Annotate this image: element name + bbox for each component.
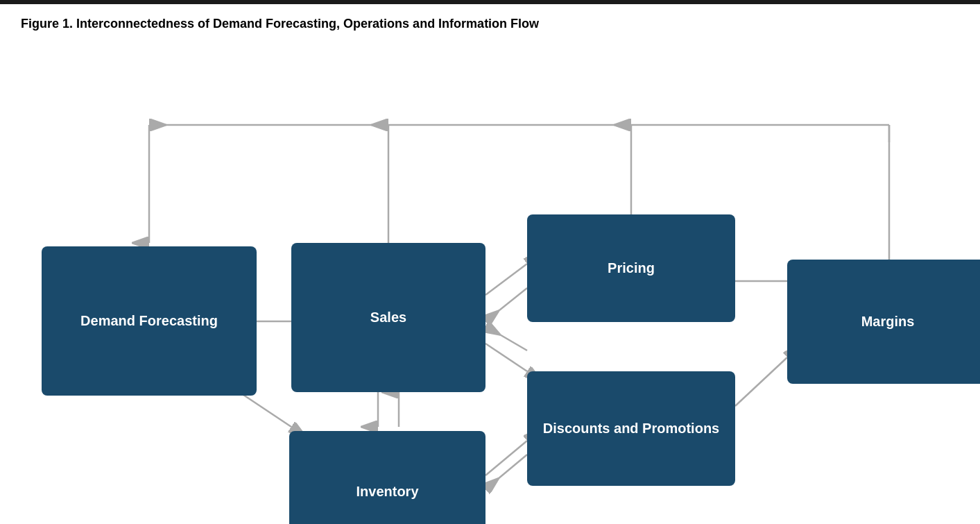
demand-forecasting-label: Demand Forecasting xyxy=(80,313,218,329)
figure-title: Figure 1. Interconnectedness of Demand F… xyxy=(21,17,959,31)
main-container: Figure 1. Interconnectedness of Demand F… xyxy=(0,4,980,524)
inventory-label: Inventory xyxy=(356,484,418,500)
discounts-promotions-box: Discounts and Promotions xyxy=(527,371,735,486)
demand-forecasting-box: Demand Forecasting xyxy=(42,246,257,396)
margins-box: Margins xyxy=(787,260,980,384)
pricing-label: Pricing xyxy=(608,260,655,276)
pricing-box: Pricing xyxy=(527,214,735,322)
svg-line-24 xyxy=(735,357,787,406)
svg-line-16 xyxy=(485,288,527,321)
sales-box: Sales xyxy=(291,243,485,392)
inventory-box: Inventory xyxy=(289,431,485,524)
sales-label: Sales xyxy=(370,310,406,326)
discounts-promotions-label: Discounts and Promotions xyxy=(543,421,719,437)
svg-line-15 xyxy=(485,264,527,295)
svg-line-22 xyxy=(485,455,527,489)
margins-label: Margins xyxy=(861,314,915,330)
svg-line-21 xyxy=(485,441,527,475)
diagram: Demand Forecasting Sales Inventory Prici… xyxy=(21,52,959,510)
